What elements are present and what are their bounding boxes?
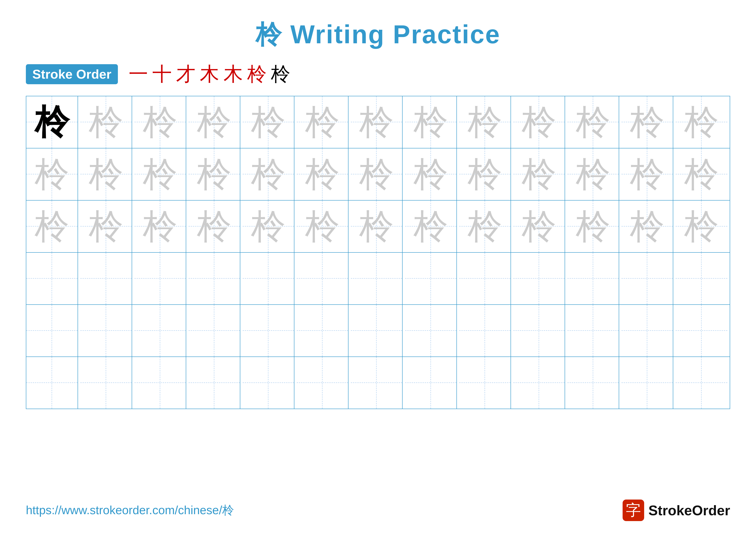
char-guide: 柃 bbox=[630, 105, 664, 140]
grid-cell[interactable]: 柃 bbox=[80, 148, 132, 200]
char-guide: 柃 bbox=[359, 105, 394, 140]
grid-cell[interactable] bbox=[351, 357, 403, 409]
grid-cell[interactable]: 柃 bbox=[513, 201, 565, 252]
grid-cell[interactable]: 柃 bbox=[351, 201, 403, 252]
stroke-4: 木 bbox=[200, 61, 219, 87]
grid-row-3: 柃 柃 柃 柃 柃 柃 柃 柃 柃 柃 柃 柃 柃 bbox=[26, 201, 730, 253]
char-guide: 柃 bbox=[414, 157, 448, 191]
grid-cell[interactable]: 柃 bbox=[676, 96, 727, 148]
grid-cell[interactable]: 柃 bbox=[622, 201, 673, 252]
grid-cell[interactable] bbox=[513, 357, 565, 409]
char-guide: 柃 bbox=[576, 105, 610, 140]
char-guide: 柃 bbox=[89, 209, 123, 243]
char-guide: 柃 bbox=[89, 105, 123, 140]
grid-cell[interactable] bbox=[26, 357, 78, 409]
grid-cell[interactable] bbox=[26, 253, 78, 304]
grid-cell[interactable]: 柃 bbox=[676, 148, 727, 200]
grid-cell[interactable] bbox=[622, 305, 673, 357]
grid-cell[interactable]: 柃 bbox=[351, 96, 403, 148]
grid-cell[interactable]: 柃 bbox=[513, 148, 565, 200]
grid-cell[interactable] bbox=[243, 253, 294, 304]
grid-cell[interactable] bbox=[567, 305, 619, 357]
grid-cell[interactable] bbox=[189, 305, 240, 357]
grid-cell[interactable]: 柃 bbox=[567, 148, 619, 200]
grid-cell[interactable]: 柃 bbox=[513, 96, 565, 148]
grid-cell[interactable] bbox=[405, 305, 457, 357]
grid-cell[interactable]: 柃 bbox=[26, 96, 78, 148]
stroke-5: 木 bbox=[224, 61, 243, 87]
char-guide: 柃 bbox=[251, 105, 285, 140]
grid-cell[interactable]: 柃 bbox=[189, 201, 240, 252]
grid-cell[interactable] bbox=[134, 305, 186, 357]
grid-cell[interactable]: 柃 bbox=[80, 96, 132, 148]
grid-cell[interactable]: 柃 bbox=[297, 201, 348, 252]
char-guide: 柃 bbox=[89, 157, 123, 191]
grid-cell[interactable] bbox=[297, 305, 348, 357]
grid-cell[interactable] bbox=[459, 305, 511, 357]
grid-cell[interactable]: 柃 bbox=[405, 201, 457, 252]
grid-cell[interactable]: 柃 bbox=[622, 96, 673, 148]
grid-cell[interactable]: 柃 bbox=[351, 148, 403, 200]
grid-cell[interactable]: 柃 bbox=[676, 201, 727, 252]
grid-cell[interactable] bbox=[351, 253, 403, 304]
char-guide: 柃 bbox=[522, 105, 556, 140]
grid-cell[interactable]: 柃 bbox=[189, 148, 240, 200]
grid-cell[interactable] bbox=[243, 357, 294, 409]
grid-cell[interactable]: 柃 bbox=[405, 148, 457, 200]
grid-cell[interactable] bbox=[567, 253, 619, 304]
grid-cell[interactable]: 柃 bbox=[189, 96, 240, 148]
grid-cell[interactable] bbox=[676, 357, 727, 409]
grid-cell[interactable] bbox=[405, 357, 457, 409]
grid-cell[interactable] bbox=[676, 253, 727, 304]
grid-cell[interactable]: 柃 bbox=[297, 148, 348, 200]
grid-cell[interactable] bbox=[676, 305, 727, 357]
page-title: 柃 Writing Practice bbox=[0, 0, 756, 61]
grid-cell[interactable]: 柃 bbox=[459, 201, 511, 252]
grid-cell[interactable]: 柃 bbox=[80, 201, 132, 252]
grid-cell[interactable]: 柃 bbox=[405, 96, 457, 148]
char-guide: 柃 bbox=[522, 209, 556, 243]
grid-cell[interactable] bbox=[80, 305, 132, 357]
grid-cell[interactable]: 柃 bbox=[134, 96, 186, 148]
grid-cell[interactable] bbox=[80, 357, 132, 409]
grid-cell[interactable] bbox=[459, 253, 511, 304]
grid-cell[interactable] bbox=[297, 253, 348, 304]
grid-row-6 bbox=[26, 357, 730, 409]
grid-row-5 bbox=[26, 305, 730, 357]
grid-cell[interactable] bbox=[622, 253, 673, 304]
grid-cell[interactable] bbox=[405, 253, 457, 304]
char-guide: 柃 bbox=[468, 157, 502, 191]
grid-cell[interactable] bbox=[622, 357, 673, 409]
char-guide: 柃 bbox=[630, 157, 664, 191]
grid-cell[interactable] bbox=[459, 357, 511, 409]
grid-cell[interactable] bbox=[243, 305, 294, 357]
char-guide: 柃 bbox=[414, 105, 448, 140]
grid-cell[interactable]: 柃 bbox=[297, 96, 348, 148]
grid-cell[interactable]: 柃 bbox=[134, 148, 186, 200]
grid-cell[interactable]: 柃 bbox=[243, 201, 294, 252]
grid-cell[interactable]: 柃 bbox=[26, 148, 78, 200]
footer: https://www.strokeorder.com/chinese/柃 字 … bbox=[26, 499, 730, 521]
grid-cell[interactable] bbox=[297, 357, 348, 409]
grid-cell[interactable]: 柃 bbox=[567, 96, 619, 148]
grid-cell[interactable] bbox=[567, 357, 619, 409]
grid-cell[interactable]: 柃 bbox=[459, 96, 511, 148]
grid-cell[interactable]: 柃 bbox=[134, 201, 186, 252]
grid-cell[interactable]: 柃 bbox=[243, 96, 294, 148]
grid-cell[interactable] bbox=[134, 253, 186, 304]
grid-cell[interactable] bbox=[351, 305, 403, 357]
grid-cell[interactable]: 柃 bbox=[459, 148, 511, 200]
grid-cell[interactable]: 柃 bbox=[243, 148, 294, 200]
grid-cell[interactable]: 柃 bbox=[622, 148, 673, 200]
char-guide: 柃 bbox=[468, 209, 502, 243]
char-guide: 柃 bbox=[684, 157, 719, 191]
grid-cell[interactable] bbox=[513, 253, 565, 304]
grid-cell[interactable]: 柃 bbox=[567, 201, 619, 252]
grid-cell[interactable] bbox=[189, 253, 240, 304]
grid-cell[interactable] bbox=[80, 253, 132, 304]
grid-cell[interactable] bbox=[26, 305, 78, 357]
grid-cell[interactable] bbox=[189, 357, 240, 409]
grid-cell[interactable] bbox=[513, 305, 565, 357]
grid-cell[interactable] bbox=[134, 357, 186, 409]
grid-cell[interactable]: 柃 bbox=[26, 201, 78, 252]
